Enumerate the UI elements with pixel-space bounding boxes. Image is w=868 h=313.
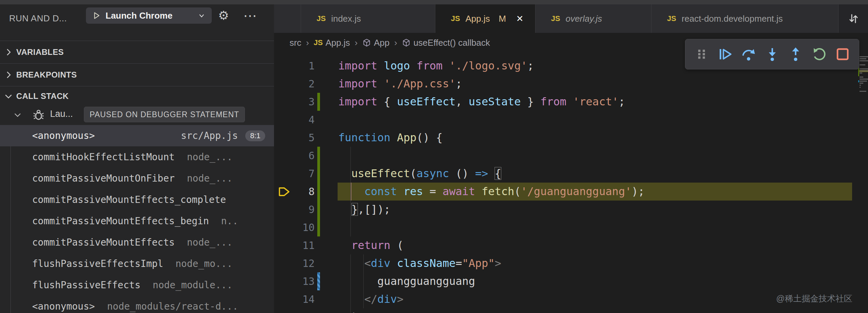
watermark: @稀土掘金技术社区 <box>776 293 852 304</box>
section-call-stack[interactable]: CALL STACK <box>0 86 274 106</box>
window-top-strip <box>0 0 868 4</box>
frame-name: commitPassiveMountOnFiber <box>32 173 175 184</box>
breadcrumb-item[interactable]: App <box>362 38 389 48</box>
paused-status-badge: PAUSED ON DEBUGGER STATEMENT <box>84 107 245 122</box>
line-number[interactable]: 2 <box>288 75 315 93</box>
restart-button[interactable] <box>810 45 828 63</box>
code-token <box>338 275 378 288</box>
code-token: className <box>397 257 455 270</box>
gutter-change-modified <box>317 272 320 290</box>
code-token: './App.css' <box>384 77 456 90</box>
code-line[interactable]: import './App.css'; <box>338 75 462 93</box>
call-stack-frame[interactable]: commitHookEffectListMountnode_... <box>0 146 274 168</box>
debug-session-row[interactable]: Lau... PAUSED ON DEBUGGER STATEMENT <box>0 106 274 124</box>
breadcrumb-label: useEffect() callback <box>413 38 490 48</box>
line-number[interactable]: 15 <box>288 308 315 313</box>
code-line[interactable]: </div> <box>338 290 404 308</box>
tab-react-dom.development.js[interactable]: JSreact-dom.development.js <box>652 4 839 33</box>
code-line[interactable]: },[]); <box>338 201 390 218</box>
step-over-button[interactable] <box>740 45 757 63</box>
code-token <box>397 185 403 198</box>
play-icon <box>92 11 101 20</box>
line-number[interactable]: 12 <box>288 254 315 272</box>
code-token: () { <box>416 131 442 144</box>
line-number[interactable]: 5 <box>288 129 315 147</box>
call-stack-frame[interactable]: commitPassiveMountEffectsnode_... <box>0 232 274 253</box>
code-token: = <box>423 185 442 198</box>
line-number[interactable]: 10 <box>288 218 315 236</box>
step-into-button[interactable] <box>763 45 781 63</box>
code-token: res <box>404 185 423 198</box>
line-number[interactable]: 13 <box>288 272 315 290</box>
code-token: => <box>475 167 488 180</box>
section-variables[interactable]: VARIABLES <box>0 41 274 63</box>
call-stack-frame[interactable]: flushPassiveEffectsnode_module... <box>0 274 274 296</box>
continue-button[interactable] <box>716 45 734 63</box>
code-token: fetch <box>482 185 514 198</box>
toolbar-drag-handle[interactable] <box>693 45 710 63</box>
code-token <box>338 257 364 270</box>
code-line[interactable]: ); <box>338 308 364 313</box>
breadcrumb: src›JSApp.js›App›useEffect() callback <box>290 33 490 53</box>
frame-path: node_... <box>187 173 232 184</box>
stop-button[interactable] <box>834 45 851 63</box>
line-number[interactable]: 8 <box>288 183 315 201</box>
more-actions-icon[interactable]: ⋯ <box>242 8 258 23</box>
section-breakpoints[interactable]: BREAKPOINTS <box>0 63 274 86</box>
call-stack-frame[interactable]: <anonymous>node_modules/react-d... <box>0 296 274 313</box>
code-line[interactable]: const res = await fetch('/guanguangguang… <box>338 183 644 201</box>
breadcrumb-item[interactable]: src <box>290 38 301 48</box>
code-line[interactable]: useEffect(async () => { <box>338 165 501 183</box>
code-token <box>566 95 573 108</box>
line-number[interactable]: 7 <box>288 165 315 183</box>
call-stack-frame[interactable]: commitPassiveMountEffects_complete <box>0 189 274 210</box>
line-number[interactable]: 14 <box>288 290 315 308</box>
code-line[interactable]: return ( <box>338 236 404 254</box>
call-stack-frame[interactable]: commitPassiveMountOnFibernode_... <box>0 168 274 189</box>
tab-index.js[interactable]: JSindex.js <box>301 4 435 33</box>
line-number[interactable]: 1 <box>288 57 315 75</box>
gutter-change-added <box>317 165 320 183</box>
code-line[interactable]: <div className="App"> <box>338 254 501 272</box>
code-line[interactable]: guangguangguang <box>338 272 475 290</box>
breadcrumb-item[interactable]: JSApp.js <box>314 38 350 48</box>
code-token <box>390 131 397 144</box>
vscode-window: RUN AND D... Launch Chrome ⚙ ⋯ VARIABLES <box>0 0 868 313</box>
line-number[interactable]: 9 <box>288 201 315 218</box>
gutter-change-added <box>317 183 320 201</box>
tab-App.js[interactable]: JSApp.jsM✕ <box>435 4 535 33</box>
code-token <box>338 293 364 306</box>
code-line[interactable]: import logo from './logo.svg'; <box>338 57 534 75</box>
close-icon[interactable]: ✕ <box>516 14 524 24</box>
line-number[interactable]: 6 <box>288 147 315 165</box>
line-number[interactable]: 4 <box>288 111 315 129</box>
continue-icon <box>718 47 733 62</box>
gear-icon[interactable]: ⚙ <box>216 8 231 23</box>
frame-path: node_... <box>187 237 232 248</box>
call-stack-frame[interactable]: flushPassiveEffectsImplnode_mo... <box>0 253 274 274</box>
code-token: = <box>456 257 462 270</box>
code-area: 123456789101112131415 import logo from '… <box>274 33 868 313</box>
code-token: '/guanguangguang' <box>521 185 632 198</box>
arrow-swap-icon[interactable] <box>847 12 860 25</box>
line-col-badge: 8:1 <box>245 130 265 141</box>
code-token <box>338 239 351 252</box>
session-name: Lau... <box>50 109 73 119</box>
code-token: < <box>364 257 371 270</box>
line-number[interactable]: 11 <box>288 236 315 254</box>
breadcrumb-item[interactable]: useEffect() callback <box>402 38 490 48</box>
code-token: () <box>449 167 475 180</box>
line-number[interactable]: 3 <box>288 93 315 111</box>
tab-overlay.js[interactable]: JSoverlay.js <box>535 4 652 33</box>
code-token: import <box>338 77 378 90</box>
call-stack-frame[interactable]: commitPassiveMountEffects_beginn.. <box>0 210 274 232</box>
launch-config-button[interactable]: Launch Chrome <box>86 7 212 24</box>
code-line[interactable]: import { useEffect, useState } from 'rea… <box>338 93 625 111</box>
chevron-down-icon[interactable] <box>198 12 206 20</box>
code-token: return <box>351 239 391 252</box>
minimap[interactable] <box>858 56 868 110</box>
step-out-button[interactable] <box>787 45 804 63</box>
code-line[interactable]: function App() { <box>338 129 442 147</box>
code-token: useEffect <box>397 95 455 108</box>
call-stack-frame[interactable]: <anonymous>src/App.js8:1 <box>0 125 274 146</box>
